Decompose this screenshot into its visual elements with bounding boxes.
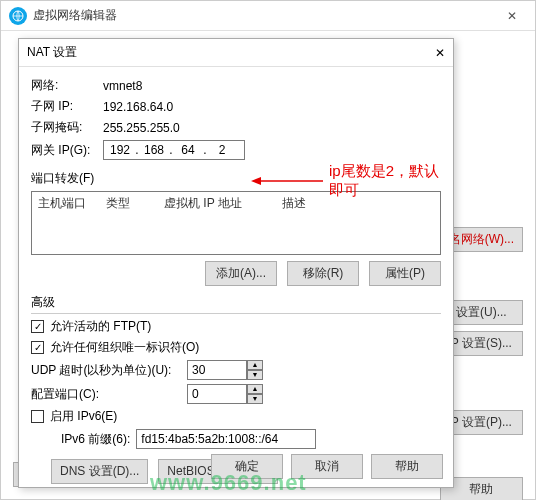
dialog-close-icon[interactable]: ✕: [435, 46, 445, 60]
subnet-ip-value: 192.168.64.0: [103, 100, 441, 114]
subnet-mask-value: 255.255.255.0: [103, 121, 441, 135]
udp-timeout-label: UDP 超时(以秒为单位)(U):: [31, 362, 181, 379]
app-logo-icon: [9, 7, 27, 25]
spinner-down-icon[interactable]: ▼: [247, 370, 263, 380]
subnet-mask-label: 子网掩码:: [31, 119, 103, 136]
gateway-ip-input[interactable]: 192. 168. 64. 2: [103, 140, 245, 160]
spinner-up-icon[interactable]: ▲: [247, 360, 263, 370]
add-button[interactable]: 添加(A)...: [205, 261, 277, 286]
gateway-ip-label: 网关 IP(G):: [31, 142, 103, 159]
ftp-checkbox[interactable]: ✓: [31, 320, 44, 333]
cfg-port-label: 配置端口(C):: [31, 386, 181, 403]
svg-marker-2: [251, 177, 261, 185]
dns-settings-button[interactable]: DNS 设置(D)...: [51, 459, 148, 484]
annotation: ip尾数是2，默认即可: [251, 162, 453, 200]
spinner-down-icon[interactable]: ▼: [247, 394, 263, 404]
remove-button[interactable]: 移除(R): [287, 261, 359, 286]
udp-timeout-input[interactable]: [187, 360, 247, 380]
properties-button[interactable]: 属性(P): [369, 261, 441, 286]
advanced-title: 高级: [31, 294, 441, 314]
ipv6-prefix-input[interactable]: [136, 429, 316, 449]
dialog-title: NAT 设置: [27, 44, 435, 61]
net-value: vmnet8: [103, 79, 441, 93]
dlg-help-button[interactable]: 帮助: [371, 454, 443, 479]
ipv6-prefix-label: IPv6 前缀(6):: [61, 431, 130, 448]
close-icon[interactable]: ✕: [497, 2, 527, 30]
udp-timeout-spinner[interactable]: ▲▼: [187, 360, 263, 380]
ipv6-label: 启用 IPv6(E): [50, 408, 117, 425]
ok-button[interactable]: 确定: [211, 454, 283, 479]
org-checkbox[interactable]: ✓: [31, 341, 44, 354]
cfg-port-input[interactable]: [187, 384, 247, 404]
cancel-button[interactable]: 取消: [291, 454, 363, 479]
main-titlebar: 虚拟网络编辑器 ✕: [1, 1, 535, 31]
nat-settings-dialog: NAT 设置 ✕ 网络:vmnet8 子网 IP:192.168.64.0 子网…: [18, 38, 454, 488]
spinner-up-icon[interactable]: ▲: [247, 384, 263, 394]
port-fwd-list[interactable]: 主机端口 类型 虚拟机 IP 地址 描述: [31, 191, 441, 255]
ipv6-checkbox[interactable]: [31, 410, 44, 423]
net-label: 网络:: [31, 77, 103, 94]
cfg-port-spinner[interactable]: ▲▼: [187, 384, 263, 404]
org-label: 允许任何组织唯一标识符(O): [50, 339, 199, 356]
annotation-text: ip尾数是2，默认即可: [329, 162, 453, 200]
ftp-label: 允许活动的 FTP(T): [50, 318, 151, 335]
subnet-ip-label: 子网 IP:: [31, 98, 103, 115]
main-window-title: 虚拟网络编辑器: [33, 7, 497, 24]
